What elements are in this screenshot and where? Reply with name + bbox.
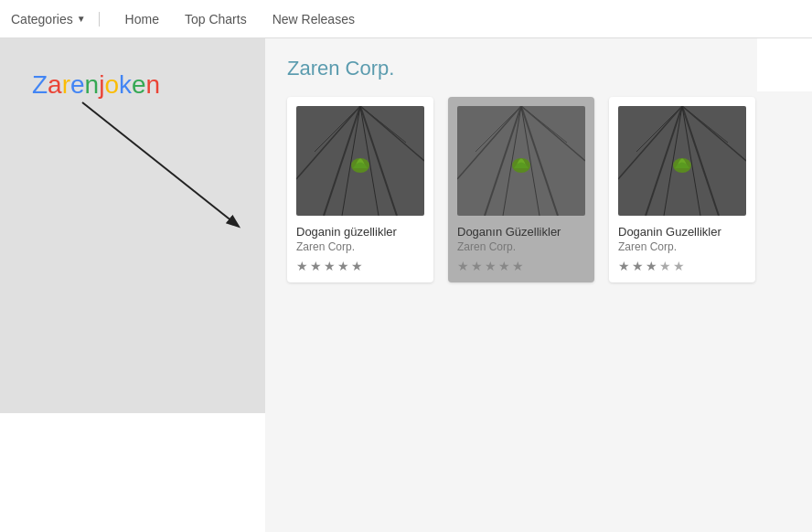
star-1-2: ★ xyxy=(310,259,322,273)
nav-home[interactable]: Home xyxy=(112,12,172,27)
star-1-1: ★ xyxy=(296,259,308,273)
star-2-2: ★ xyxy=(471,259,483,273)
nav-new-releases[interactable]: New Releases xyxy=(260,12,368,27)
categories-menu[interactable]: Categories ▼ xyxy=(11,12,100,27)
card-artist-3: Zaren Corp. xyxy=(618,240,746,253)
cards-row: Doganin güzellikler Zaren Corp. ★ ★ ★ ★ … xyxy=(287,97,790,282)
right-panel: Zaren Corp. xyxy=(265,38,812,532)
star-2-1: ★ xyxy=(457,259,469,273)
card-artist-1: Zaren Corp. xyxy=(296,240,424,253)
star-1-4: ★ xyxy=(337,259,349,273)
star-3-3: ★ xyxy=(646,259,657,273)
categories-label: Categories xyxy=(11,12,73,27)
nav-top-charts[interactable]: Top Charts xyxy=(172,12,260,27)
svg-line-0 xyxy=(82,102,238,226)
white-cutout xyxy=(757,38,812,91)
card-stars-1: ★ ★ ★ ★ ★ xyxy=(296,259,424,273)
star-2-5: ★ xyxy=(512,259,524,273)
chevron-down-icon: ▼ xyxy=(77,14,86,24)
nav-bar: Categories ▼ Home Top Charts New Release… xyxy=(0,0,812,38)
card-stars-3: ★ ★ ★ ★ ★ xyxy=(618,259,746,273)
star-3-2: ★ xyxy=(632,259,644,273)
card-image-1 xyxy=(296,106,424,216)
card-title-1: Doganin güzellikler xyxy=(296,225,424,239)
music-card-3[interactable]: Doganin Guzellikler Zaren Corp. ★ ★ ★ ★ … xyxy=(609,97,755,282)
card-image-3 xyxy=(618,106,746,216)
star-2-4: ★ xyxy=(498,259,510,273)
main-area: Zarenjoken Zaren Corp. xyxy=(0,38,812,532)
arrow-graphic xyxy=(55,93,265,239)
card-title-3: Doganin Guzellikler xyxy=(618,225,746,239)
left-bottom-panel xyxy=(0,413,265,532)
section-title: Zaren Corp. xyxy=(287,57,790,80)
star-3-5: ★ xyxy=(673,259,685,273)
left-panel: Zarenjoken xyxy=(0,38,265,532)
card-image-2 xyxy=(457,106,585,216)
card-title-2: Doganın Güzellikler xyxy=(457,225,585,239)
music-card-1[interactable]: Doganin güzellikler Zaren Corp. ★ ★ ★ ★ … xyxy=(287,97,433,282)
star-3-1: ★ xyxy=(618,259,630,273)
star-1-3: ★ xyxy=(324,259,336,273)
card-artist-2: Zaren Corp. xyxy=(457,240,585,253)
star-1-5: ★ xyxy=(351,259,363,273)
nav-links: Home Top Charts New Releases xyxy=(112,12,368,27)
star-3-4: ★ xyxy=(659,259,671,273)
card-stars-2: ★ ★ ★ ★ ★ xyxy=(457,259,585,273)
brand-z: Z xyxy=(32,70,48,99)
star-2-3: ★ xyxy=(485,259,497,273)
music-card-2[interactable]: Doganın Güzellikler Zaren Corp. ★ ★ ★ ★ … xyxy=(448,97,594,282)
